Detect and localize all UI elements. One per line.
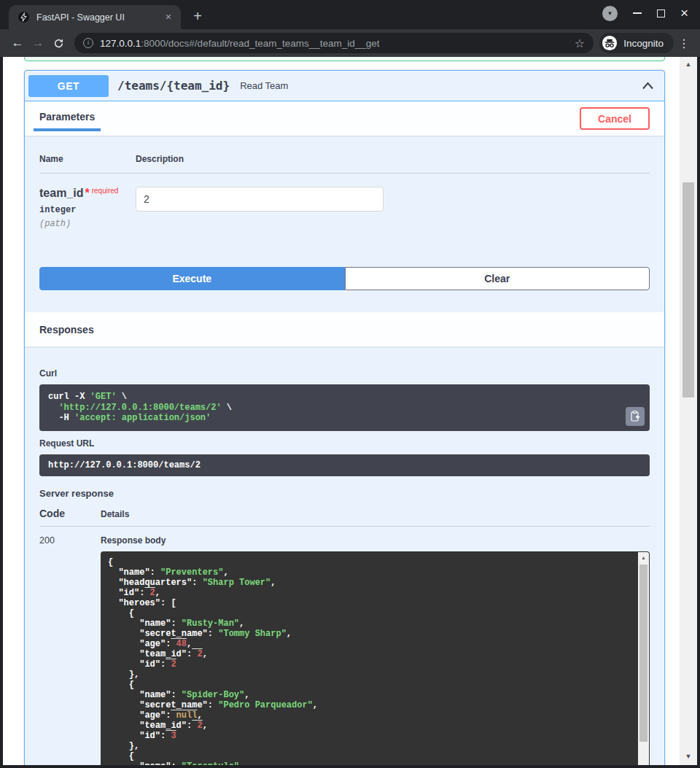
response-body-json[interactable]: { "name": "Preventers", "headquarters": …	[101, 551, 650, 765]
browser-toolbar: ← → i 127.0.0.1:8000/docs#/default/read_…	[0, 29, 700, 57]
tab-close-icon[interactable]: ×	[162, 11, 175, 24]
previous-opblock-edge	[24, 57, 665, 61]
window-close-icon[interactable]: ×	[680, 8, 688, 18]
parameter-name-cell: team_id*required integer (path)	[39, 187, 136, 229]
clipboard-icon	[630, 411, 640, 422]
fastapi-favicon-icon	[18, 11, 30, 23]
team-id-input[interactable]	[136, 187, 384, 212]
new-tab-icon[interactable]: +	[188, 8, 207, 25]
parameters-table: Name Description team_id*required intege…	[25, 136, 664, 260]
collapse-chevron-icon[interactable]	[642, 82, 654, 90]
response-body-label: Response body	[101, 535, 650, 546]
request-url-value: http://127.0.0.1:8000/teams/2	[39, 454, 650, 477]
page-scroll-up-icon[interactable]: ▲	[680, 61, 697, 68]
parameter-type: integer	[39, 205, 136, 215]
browser-tab[interactable]: FastAPI - Swagger UI ×	[9, 5, 181, 29]
url-host: 127.0.0.1	[100, 38, 141, 49]
execute-row: Execute Clear	[25, 260, 664, 305]
required-star: *	[85, 187, 89, 199]
curl-label: Curl	[39, 368, 650, 379]
opblock-summary[interactable]: GET /teams/{team_id} Read Team	[25, 71, 664, 101]
endpoint-summary: Read Team	[240, 80, 288, 91]
opblock-get-read-team: GET /teams/{team_id} Read Team Parameter…	[24, 70, 665, 765]
bookmark-star-icon[interactable]: ☆	[575, 36, 585, 50]
url-text[interactable]: 127.0.0.1:8000/docs#/default/read_team_t…	[100, 38, 575, 49]
browser-menu-icon[interactable]: ⋮	[675, 36, 693, 50]
http-method-badge: GET	[28, 75, 109, 97]
execute-button[interactable]: Execute	[39, 267, 345, 290]
tab-parameters[interactable]: Parameters	[34, 106, 101, 131]
clear-button[interactable]: Clear	[345, 267, 650, 290]
browser-window: FastAPI - Swagger UI × + ▼ × ← → i 127.0…	[0, 0, 700, 768]
parameter-name: team_id*required	[39, 187, 136, 200]
incognito-label: Incognito	[623, 38, 664, 49]
responses-header: Responses	[25, 312, 664, 346]
incognito-badge: Incognito	[599, 33, 674, 53]
parameter-value-cell	[136, 187, 384, 229]
parameters-header: Parameters Cancel	[25, 101, 664, 136]
curl-command[interactable]: curl -X 'GET' \ 'http://127.0.0.1:8000/t…	[39, 384, 650, 431]
parameters-table-header: Name Description	[39, 154, 650, 174]
response-row: 200 Response body { "name": "Preventers"…	[39, 527, 650, 765]
status-code: 200	[39, 535, 101, 765]
code-column-header: Code	[39, 508, 101, 519]
details-column-header: Details	[101, 509, 129, 519]
required-label: required	[92, 187, 119, 195]
tab-search-icon[interactable]: ▼	[602, 6, 618, 21]
maximize-icon[interactable]	[657, 9, 665, 18]
site-info-icon[interactable]: i	[83, 38, 93, 48]
parameters-tab-label: Parameters	[39, 111, 95, 123]
url-path: :8000/docs#/default/read_team_teams__tea…	[141, 38, 379, 49]
scrollbar-thumb[interactable]	[639, 565, 648, 742]
url-bar[interactable]: i 127.0.0.1:8000/docs#/default/read_team…	[74, 33, 594, 53]
server-response-label: Server response	[39, 488, 650, 499]
endpoint-path: /teams/{team_id}	[117, 79, 230, 93]
incognito-icon	[602, 35, 618, 51]
page-scroll-down-icon[interactable]: ▼	[680, 753, 697, 760]
responses-title: Responses	[39, 324, 94, 335]
swagger-page: GET /teams/{team_id} Read Team Parameter…	[3, 57, 680, 765]
scrollbar-up-icon[interactable]: ▲	[638, 552, 649, 562]
minimize-icon[interactable]	[633, 12, 642, 14]
tab-title: FastAPI - Swagger UI	[36, 12, 162, 23]
window-controls: ▼ ×	[602, 6, 700, 24]
response-body-scrollbar[interactable]: ▲	[638, 552, 649, 765]
response-table-header: Code Details	[39, 508, 650, 527]
page-scrollbar[interactable]: ▲ ▼	[680, 57, 697, 765]
response-details-cell: Response body { "name": "Preventers", "h…	[101, 535, 650, 765]
curl-block: curl -X 'GET' \ 'http://127.0.0.1:8000/t…	[39, 384, 650, 431]
forward-icon[interactable]: →	[28, 33, 48, 53]
request-url-label: Request URL	[39, 438, 650, 449]
reload-icon[interactable]	[48, 33, 69, 53]
response-body-block: { "name": "Preventers", "headquarters": …	[101, 551, 650, 765]
tab-strip: FastAPI - Swagger UI × + ▼ ×	[0, 0, 700, 29]
name-column-header: Name	[39, 154, 136, 164]
parameter-row: team_id*required integer (path)	[39, 174, 650, 260]
back-icon[interactable]: ←	[7, 33, 28, 53]
responses-body: Curl curl -X 'GET' \ 'http://127.0.0.1:8…	[25, 346, 664, 765]
page-scrollbar-thumb[interactable]	[682, 182, 694, 397]
parameter-location: (path)	[39, 219, 136, 229]
cancel-button[interactable]: Cancel	[580, 107, 650, 130]
description-column-header: Description	[136, 154, 184, 164]
copy-to-clipboard-button[interactable]	[626, 407, 645, 426]
